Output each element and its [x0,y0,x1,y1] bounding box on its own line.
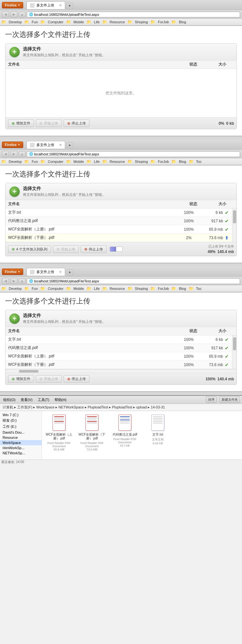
bookmark-resource-2[interactable]: Resource [108,159,127,164]
fm-sidebar-win7[interactable]: Win 7 (C:) [0,412,42,417]
fm-sidebar: Win 7 (C:) 研发 (D:) 工作 (E:) David's Dou..… [0,411,42,459]
fm-sidebar-d[interactable]: 研发 (D:) [0,417,42,424]
fm-file-sublabel-txt: 文本文档6.42 KB [152,438,164,445]
back-button-2[interactable]: ◀ [2,151,9,157]
home-button-1[interactable]: ⌂ [19,12,25,17]
fm-file-txt[interactable]: 文字.txt 文本文档6.42 KB [143,414,172,451]
fm-file-wcf-upper[interactable]: WCF全面解析（上册）.pdf Foxit Reader PDF Documen… [45,414,74,451]
bookmark-mobile-1[interactable]: Mobile [72,19,86,25]
new-tab-button-1[interactable]: + [66,3,73,9]
scrollbar-2[interactable] [232,208,237,242]
bookmark-fun-3[interactable]: Fun [30,286,40,291]
fm-sidebar-david[interactable]: David's Dou... [0,430,42,435]
fm-sidebar-workspace[interactable]: WorkSpace [0,440,42,445]
tab-close-1[interactable]: ✕ [59,4,62,7]
bookmark-develop-2[interactable]: Develop [7,159,24,164]
footer-size-2: 140.4 mb [217,249,234,254]
add-file-icon-2[interactable]: + [9,186,20,197]
fm-sidebar-him[interactable]: HimWorkSp... [0,445,42,450]
add-file-button-3[interactable]: ⊕ 增加文件 [8,375,34,383]
start-upload-button-1[interactable]: ⊙ 开始上传 [36,120,62,127]
fm-sidebar-resource[interactable]: Resource [0,435,42,440]
stop-upload-button-3[interactable]: ⊗ 停止上传 [64,375,89,383]
globe-icon-1: 🌐 [29,13,33,16]
start-label-2: 开始上传 [61,247,75,252]
tab-close-3[interactable]: ✕ [59,270,62,274]
file-list-2: 文字.txt 100% 6 kb ✔ 代码整洁之道.pdf 100% 917 k… [5,208,232,242]
fm-new-folder-btn[interactable]: 新建文件夹 [219,396,240,403]
fm-menu-help[interactable]: 帮助(H) [53,397,68,403]
bookmark-develop-3[interactable]: Develop [7,286,24,291]
bookmark-blog-2[interactable]: Blog [177,159,188,164]
forward-button-1[interactable]: ▶ [10,11,17,17]
bookmark-forjob-1[interactable]: ForJob [156,19,171,25]
tab-1[interactable]: 多文件上传 ✕ [26,1,65,9]
bookmark-computer-1[interactable]: Computer [46,19,65,25]
fm-menu-view[interactable]: 查看(V) [19,397,34,403]
firefox-button-3[interactable]: Firefox ▼ [2,269,23,275]
bookmark-shoping-2[interactable]: Shoping [133,159,150,164]
check-icon: ✔ [225,227,229,232]
bookmark-life-1[interactable]: Life [92,19,102,25]
bookmark-shoping-3[interactable]: Shoping [133,286,150,291]
home-button-2[interactable]: ⌂ [19,151,25,157]
fm-menu-tools[interactable]: 工具(T) [36,397,51,403]
address-bar-2[interactable]: 🌐 localhost:16802/WebUploadFileTest.aspx [27,151,240,157]
back-button-3[interactable]: ◀ [2,278,9,284]
fm-toolbar: 组织(O) 查看(V) 工具(T) 帮助(H) 排序 新建文件夹 [0,396,242,404]
bookmark-life-3[interactable]: Life [92,286,102,291]
fm-file-label-clean-code: 代码整洁之道.pdf [113,433,137,437]
bookmark-toc-3[interactable]: Toc [194,286,204,291]
horizontal-scrollbar-3[interactable] [5,369,237,373]
add-file-icon-1[interactable]: + [9,47,20,57]
firefox-button-2[interactable]: Firefox ▼ [2,142,23,148]
tab-3[interactable]: 多文件上传 ✕ [26,268,65,276]
tab-2[interactable]: 多文件上传 ✕ [26,141,65,149]
fm-sidebar-net[interactable]: NETWorkSp... [0,450,42,456]
bookmark-toc-2[interactable]: Toc [194,159,204,164]
stop-upload-button-2[interactable]: ⊗ 停止上传 [81,246,106,253]
bookmark-mobile-3[interactable]: Mobile [72,286,86,291]
upload-subtitle-2: 将文件添加到上传队列，然后点击" 开始上传 "按钮。 [23,192,106,197]
bookmark-forjob-3[interactable]: ForJob [156,286,171,291]
fm-file-clean-code[interactable]: 代码整洁之道.pdf Foxit Reader PDF Document917 … [110,414,139,451]
bookmark-develop-1[interactable]: Develop [7,19,24,25]
new-tab-button-3[interactable]: + [66,269,73,276]
bookmark-fun-1[interactable]: Fun [30,19,40,25]
bookmark-shoping-1[interactable]: Shoping [133,19,150,25]
bookmark-computer-2[interactable]: Computer [46,159,65,164]
fm-status-bar: 最近修改: 14:00 [0,459,242,464]
bookmark-blog-3[interactable]: Blog [177,286,188,291]
scrollbar-3[interactable] [232,335,237,369]
bookmark-life-2[interactable]: Life [92,159,102,164]
bookmark-resource-1[interactable]: Resource [108,19,127,25]
add-file-button-1[interactable]: ⊕ 增加文件 [8,120,34,127]
start-upload-button-3[interactable]: ⊙ 开始上传 [36,375,62,383]
forward-button-3[interactable]: ▶ [10,278,17,284]
add-file-icon-3[interactable]: + [9,313,20,324]
new-tab-button-2[interactable]: + [66,142,73,149]
fm-menu-organize[interactable]: 组织(O) [2,397,17,403]
fm-file-page-wcf-upper [53,415,66,431]
fm-sort-btn[interactable]: 排序 [206,396,217,403]
firefox-button-1[interactable]: Firefox ▼ [2,2,23,8]
bookmark-computer-3[interactable]: Computer [46,286,65,291]
home-button-3[interactable]: ⌂ [19,278,25,284]
bookmark-blog-1[interactable]: Blog [177,19,188,25]
fm-file-sublabel-clean-code: Foxit Reader PDF Document917 KB [110,438,139,447]
bookmark-resource-3[interactable]: Resource [108,286,127,291]
fm-sidebar-e[interactable]: 工作 (E:) [0,424,42,430]
address-bar-3[interactable]: 🌐 localhost:16802/WebUploadFileTest.aspx [27,278,240,284]
start-upload-button-2[interactable]: ⊙ 开始上传 [53,246,79,253]
forward-button-2[interactable]: ▶ [10,151,17,157]
bookmark-forjob-2[interactable]: ForJob [156,159,171,164]
stop-upload-button-1[interactable]: ⊗ 停止上传 [64,120,89,127]
address-bar-1[interactable]: 🌐 localhost:16802/WebUploadFileTest.aspx [27,12,240,17]
fm-file-wcf-lower[interactable]: WCF全面解析（下册）.pdf Foxit Reader PDF Documen… [77,414,106,451]
tab-close-2[interactable]: ✕ [59,143,62,147]
back-button-1[interactable]: ◀ [2,11,9,17]
firefox-dropdown-icon-2: ▼ [18,143,20,146]
bookmark-mobile-2[interactable]: Mobile [72,159,86,164]
add-file-button-2[interactable]: ⊕ 4 个文件加入到队列 [8,246,51,253]
bookmark-fun-2[interactable]: Fun [30,159,40,164]
